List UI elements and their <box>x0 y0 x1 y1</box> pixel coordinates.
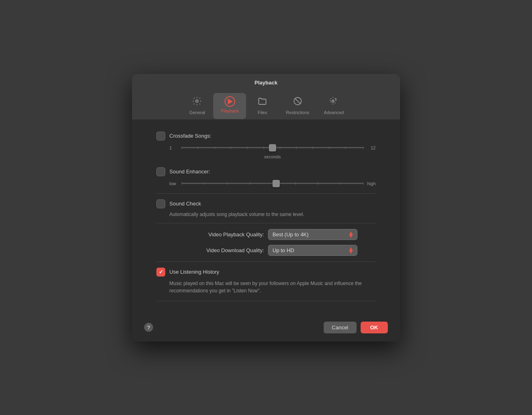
play-icon <box>225 96 235 107</box>
sound-check-label: Sound Check <box>169 201 201 207</box>
video-playback-select-wrapper: Best (Up to 4K) Up to HD Up to SD ▲ ▼ <box>268 229 357 240</box>
content-area: Crossfade Songs: 1 <box>132 119 400 315</box>
tab-playback[interactable]: Playback <box>213 93 246 119</box>
tab-restrictions[interactable]: Restrictions <box>279 93 316 119</box>
divider-2 <box>156 223 376 223</box>
help-button[interactable]: ? <box>144 323 153 332</box>
sound-enhancer-row: Sound Enhancer: <box>156 167 376 176</box>
video-download-select[interactable]: Best (Up to 4K) Up to HD Up to SD <box>268 245 357 256</box>
footer: ? Cancel OK <box>132 315 400 342</box>
crossfade-slider-wrapper[interactable]: seconds <box>182 144 363 152</box>
sound-check-row: Sound Check <box>156 199 376 208</box>
advanced-gear-icon <box>329 96 339 108</box>
sound-enhancer-slider-wrapper[interactable] <box>182 179 363 188</box>
listening-history-label: Use Listening History <box>169 269 219 275</box>
crossfade-min: 1 <box>169 145 177 150</box>
tab-files[interactable]: Files <box>246 93 279 119</box>
video-playback-quality-row: Video Playback Quality: Best (Up to 4K) … <box>156 229 376 240</box>
sound-enhancer-min: low <box>169 181 177 186</box>
tab-advanced-label: Advanced <box>324 110 344 115</box>
dialog-title: Playback <box>132 80 400 86</box>
ok-button[interactable]: OK <box>361 322 388 333</box>
tab-restrictions-label: Restrictions <box>286 110 309 115</box>
crossfade-thumb[interactable] <box>269 144 276 151</box>
tab-general[interactable]: General <box>181 93 213 119</box>
divider-4 <box>156 301 376 301</box>
sound-enhancer-track <box>182 183 363 184</box>
sound-check-desc: Automatically adjusts song playback volu… <box>169 212 376 217</box>
folder-icon <box>257 96 267 108</box>
video-playback-select[interactable]: Best (Up to 4K) Up to HD Up to SD <box>268 229 357 240</box>
crossfade-row: Crossfade Songs: <box>156 132 376 140</box>
sound-check-checkbox[interactable] <box>156 199 165 208</box>
svg-point-5 <box>335 99 336 99</box>
video-download-select-wrapper: Best (Up to 4K) Up to HD Up to SD ▲ ▼ <box>268 245 357 256</box>
video-download-quality-row: Video Download Quality: Best (Up to 4K) … <box>156 245 376 256</box>
video-download-label: Video Download Quality: <box>175 247 264 253</box>
tab-playback-label: Playback <box>221 108 239 113</box>
crossfade-track <box>182 147 363 148</box>
crossfade-center-label: seconds <box>264 154 281 159</box>
svg-point-3 <box>332 100 334 102</box>
svg-point-0 <box>196 100 198 102</box>
crossfade-slider-container: 1 <box>169 144 376 162</box>
listening-history-desc: Music played on this Mac will be seen by… <box>169 280 376 294</box>
cancel-button[interactable]: Cancel <box>324 322 356 333</box>
crossfade-slider-row: 1 <box>169 144 376 152</box>
sound-enhancer-max: high <box>367 181 376 186</box>
sound-enhancer-slider-container: low high <box>169 179 376 188</box>
crossfade-max: 12 <box>368 145 376 150</box>
footer-buttons: Cancel OK <box>324 322 388 333</box>
sound-enhancer-checkbox[interactable] <box>156 167 165 176</box>
tab-advanced[interactable]: Advanced <box>317 93 351 119</box>
sound-enhancer-slider-row: low high <box>169 179 376 188</box>
video-playback-label: Video Playback Quality: <box>175 231 264 238</box>
gear-icon <box>192 96 202 108</box>
restriction-icon <box>293 96 303 108</box>
tab-general-label: General <box>189 110 205 115</box>
crossfade-label: Crossfade Songs: <box>169 133 211 139</box>
sound-enhancer-thumb[interactable] <box>272 180 280 187</box>
divider-3 <box>156 262 376 262</box>
crossfade-checkbox[interactable] <box>156 132 165 140</box>
svg-line-2 <box>295 98 301 104</box>
sound-enhancer-label: Sound Enhancer: <box>169 169 210 175</box>
title-bar: Playback General Playback <box>132 74 400 119</box>
tab-files-label: Files <box>257 110 267 115</box>
playback-dialog: Playback General Playback <box>132 74 400 342</box>
toolbar: General Playback Files <box>132 91 400 119</box>
listening-history-checkbox[interactable] <box>156 268 165 277</box>
listening-history-row: Use Listening History <box>156 268 376 277</box>
divider-1 <box>156 193 376 194</box>
